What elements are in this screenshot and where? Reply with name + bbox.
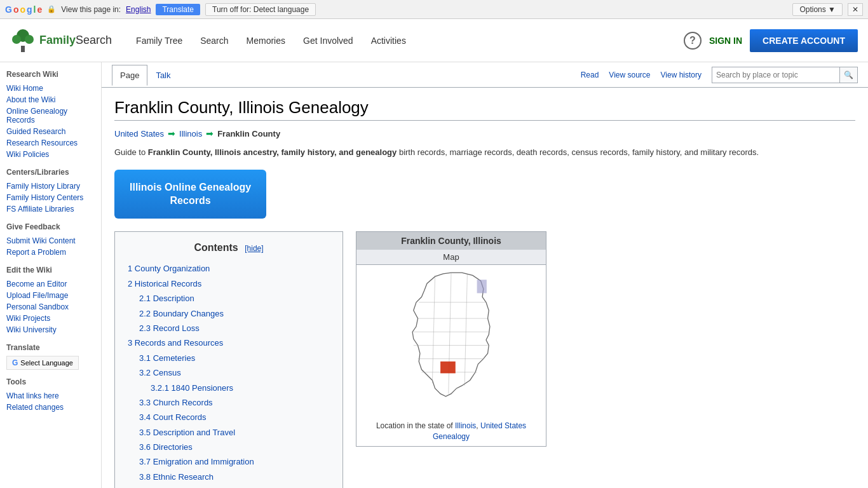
contents-item-3-1[interactable]: 3.1 Cemeteries bbox=[139, 353, 195, 363]
desc-rest: birth records, marriage records, death r… bbox=[397, 147, 759, 157]
map-caption-text: Location in the state of bbox=[376, 421, 455, 430]
familysearch-logo-icon bbox=[10, 28, 36, 53]
sidebar-item-research-resources[interactable]: Research Resources bbox=[6, 137, 95, 149]
tab-view-source[interactable]: View source bbox=[604, 71, 655, 79]
svg-rect-15 bbox=[477, 280, 487, 294]
tab-read[interactable]: Read bbox=[576, 71, 604, 79]
svg-rect-1 bbox=[21, 46, 25, 52]
sidebar-item-online-records[interactable]: Online Genealogy Records bbox=[6, 105, 95, 126]
contents-item-3-7[interactable]: 3.7 Emigration and Immigration bbox=[139, 457, 254, 466]
create-account-button[interactable]: CREATE ACCOUNT bbox=[750, 29, 858, 52]
translate-button[interactable]: Translate bbox=[156, 4, 200, 15]
sidebar-item-what-links[interactable]: What links here bbox=[6, 390, 95, 402]
illinois-online-records-button[interactable]: Illinois Online Genealogy Records bbox=[114, 170, 266, 219]
search-input[interactable] bbox=[712, 71, 839, 79]
breadcrumb-arrow-1: ➡ bbox=[168, 128, 175, 139]
nav-memories[interactable]: Memories bbox=[238, 19, 294, 62]
sidebar-item-related-changes[interactable]: Related changes bbox=[6, 402, 95, 413]
tab-talk[interactable]: Talk bbox=[147, 65, 179, 85]
sidebar-edit-heading: Edit the Wiki bbox=[6, 266, 95, 274]
map-image-container bbox=[356, 265, 546, 417]
contents-list: 1 County Organization2 Historical Record… bbox=[128, 261, 330, 484]
il-button-line2: Records bbox=[170, 195, 211, 206]
map-caption-il-link[interactable]: Illinois bbox=[455, 421, 476, 430]
turnoff-button[interactable]: Turn off for: Detect language bbox=[205, 3, 316, 16]
contents-item-3-2.1[interactable]: 3.2.1 1840 Pensioners bbox=[151, 383, 233, 393]
article-title: Franklin County, Illinois Genealogy bbox=[114, 98, 855, 121]
il-button-line1: Illinois Online Genealogy bbox=[130, 182, 251, 193]
breadcrumb-county: Franklin County bbox=[217, 129, 280, 139]
nav-search[interactable]: Search bbox=[191, 19, 237, 62]
sign-in-button[interactable]: SIGN IN bbox=[709, 36, 742, 46]
breadcrumb-us[interactable]: United States bbox=[114, 129, 164, 139]
tab-actions: Read View source View history bbox=[576, 71, 707, 79]
sidebar-tools-heading: Tools bbox=[6, 377, 95, 386]
sidebar-item-wiki-university[interactable]: Wiki University bbox=[6, 324, 95, 336]
contents-item-3-6[interactable]: 3.6 Directories bbox=[139, 442, 193, 452]
breadcrumb: United States ➡ Illinois ➡ Franklin Coun… bbox=[114, 128, 855, 139]
contents-item-2-3[interactable]: 2.3 Record Loss bbox=[139, 323, 200, 333]
contents-box: Contents [hide] 1 County Organization2 H… bbox=[114, 231, 343, 488]
select-language-label: Select Language bbox=[20, 359, 73, 367]
sidebar-centers-heading: Centers/Libraries bbox=[6, 168, 95, 177]
help-icon[interactable]: ? bbox=[684, 32, 702, 50]
sidebar-item-fhl[interactable]: Family History Library bbox=[6, 180, 95, 192]
contents-item-2-1[interactable]: 2.1 Description bbox=[139, 294, 194, 303]
map-subtitle: Map bbox=[356, 250, 546, 265]
logo-link[interactable]: FamilySearch bbox=[10, 28, 112, 53]
nav-activities[interactable]: Activities bbox=[362, 19, 415, 62]
contents-item-3-2[interactable]: 3.2 Census bbox=[139, 368, 181, 377]
contents-item-3[interactable]: 3 Records and Resources bbox=[128, 338, 223, 348]
lock-icon: 🔒 bbox=[47, 5, 56, 13]
desc-bold: Franklin County, Illinois ancestry, fami… bbox=[148, 147, 397, 157]
contents-item-1[interactable]: 1 County Organization bbox=[128, 264, 210, 273]
contents-hide-link[interactable]: [hide] bbox=[245, 244, 263, 253]
tab-view-history[interactable]: View history bbox=[656, 71, 707, 79]
main-nav: FamilySearch Family Tree Search Memories… bbox=[0, 19, 868, 62]
contents-item-3-5[interactable]: 3.5 Description and Travel bbox=[139, 428, 235, 437]
search-box: 🔍 bbox=[712, 67, 858, 83]
sidebar-item-personal-sandbox[interactable]: Personal Sandbox bbox=[6, 301, 95, 313]
content-map-row: Contents [hide] 1 County Organization2 H… bbox=[114, 231, 855, 488]
sidebar-item-become-editor[interactable]: Become an Editor bbox=[6, 278, 95, 290]
sidebar-item-fs-affiliate[interactable]: FS Affiliate Libraries bbox=[6, 203, 95, 215]
sidebar: Research Wiki Wiki Home About the Wiki O… bbox=[0, 62, 102, 488]
sidebar-item-wiki-home[interactable]: Wiki Home bbox=[6, 83, 95, 94]
contents-item-3-8[interactable]: 3.8 Ethnic Research bbox=[139, 472, 214, 482]
map-box-title: Franklin County, Illinois bbox=[356, 232, 546, 250]
nav-right: ? SIGN IN CREATE ACCOUNT bbox=[684, 29, 858, 52]
sidebar-item-about-wiki[interactable]: About the Wiki bbox=[6, 94, 95, 105]
page-tabs: Page Talk Read View source View history … bbox=[102, 62, 868, 88]
svg-point-3 bbox=[12, 35, 21, 44]
select-language-button[interactable]: G Select Language bbox=[6, 356, 79, 370]
contents-item-2[interactable]: 2 Historical Records bbox=[128, 279, 201, 288]
translate-bar: Google 🔒 View this page in: English Tran… bbox=[0, 0, 868, 19]
illinois-map-svg bbox=[394, 270, 508, 410]
svg-rect-14 bbox=[440, 362, 456, 374]
sidebar-item-report-problem[interactable]: Report a Problem bbox=[6, 247, 95, 258]
g-logo-small: G bbox=[12, 358, 18, 367]
sidebar-item-wiki-policies[interactable]: Wiki Policies bbox=[6, 149, 95, 160]
contents-item-3-3[interactable]: 3.3 Church Records bbox=[139, 398, 213, 407]
breadcrumb-arrow-2: ➡ bbox=[206, 128, 214, 139]
google-logo: Google bbox=[5, 4, 42, 15]
sidebar-item-submit-wiki[interactable]: Submit Wiki Content bbox=[6, 235, 95, 247]
nav-links: Family Tree Search Memories Get Involved… bbox=[127, 19, 415, 62]
nav-get-involved[interactable]: Get Involved bbox=[294, 19, 362, 62]
language-link[interactable]: English bbox=[126, 5, 151, 14]
contents-item-2-2[interactable]: 2.2 Boundary Changes bbox=[139, 309, 224, 318]
sidebar-item-fhc[interactable]: Family History Centers bbox=[6, 192, 95, 203]
sidebar-item-wiki-projects[interactable]: Wiki Projects bbox=[6, 313, 95, 324]
logo-text: FamilySearch bbox=[39, 34, 112, 47]
close-translate-button[interactable]: ✕ bbox=[848, 3, 863, 16]
options-button[interactable]: Options ▼ bbox=[792, 3, 843, 16]
tab-page[interactable]: Page bbox=[112, 65, 147, 86]
nav-family-tree[interactable]: Family Tree bbox=[127, 19, 191, 62]
contents-item-3-4[interactable]: 3.4 Court Records bbox=[139, 412, 207, 422]
search-button[interactable]: 🔍 bbox=[839, 67, 857, 83]
breadcrumb-il[interactable]: Illinois bbox=[179, 129, 202, 139]
article-description: Guide to Franklin County, Illinois ances… bbox=[114, 146, 855, 159]
sidebar-item-upload-file[interactable]: Upload File/Image bbox=[6, 290, 95, 301]
sidebar-item-guided-research[interactable]: Guided Research bbox=[6, 126, 95, 137]
contents-title: Contents [hide] bbox=[128, 242, 330, 254]
